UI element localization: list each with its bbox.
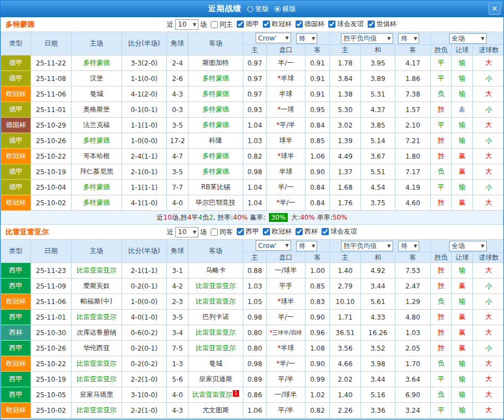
match-row: 西杯25-10-30次库达鲁册纳0-6(0-2)3-4比雷亚雷亚尔0.80*三球… bbox=[1, 325, 504, 341]
league-label: 欧冠杯 bbox=[272, 227, 292, 236]
home-team: 爱斯宾奴 bbox=[72, 279, 122, 294]
vertical-layout-radio[interactable] bbox=[247, 6, 253, 12]
chevron-down-icon: ▼ bbox=[387, 36, 390, 41]
corner: 7-7 bbox=[167, 180, 189, 195]
odds-away: 0.84 bbox=[306, 118, 330, 133]
match-row: 西甲25-11-09爱斯宾奴0-2(0-1)4-2比雷亚雷亚尔1.03平手0.8… bbox=[1, 279, 504, 294]
avg-draw: 4.92 bbox=[361, 263, 395, 279]
avg-away: 4.17 bbox=[395, 55, 431, 71]
league-checkbox[interactable] bbox=[263, 228, 270, 235]
avg-away: 2.10 bbox=[395, 118, 431, 133]
league-checkbox[interactable] bbox=[368, 21, 375, 28]
corner: 2-6 bbox=[167, 71, 189, 87]
league-filter[interactable]: 德国杯 bbox=[296, 19, 324, 29]
league-label: 西杯 bbox=[304, 227, 318, 236]
league-filter[interactable]: 欧冠杯 bbox=[263, 227, 292, 236]
col-odds-home: 主 bbox=[243, 252, 267, 263]
scope-select[interactable]: 全场▼ bbox=[449, 241, 487, 251]
league-checkbox[interactable] bbox=[322, 228, 329, 235]
avg-final-select[interactable]: 终▼ bbox=[398, 33, 419, 44]
away-gives-marker: * bbox=[278, 105, 281, 113]
score: 2-1(0-1) bbox=[122, 164, 167, 180]
result-goals: 大 bbox=[473, 325, 504, 341]
avg-draw: 3.95 bbox=[361, 55, 395, 71]
col-away: 客场 bbox=[189, 240, 243, 263]
league-label: 欧冠杯 bbox=[272, 19, 292, 29]
league-badge: 德甲 bbox=[1, 102, 31, 118]
result-wdl: 平 bbox=[431, 71, 452, 87]
chevron-down-icon: ▼ bbox=[193, 22, 196, 27]
avg-draw: 3.85 bbox=[361, 118, 395, 133]
avg-final-select[interactable]: 终▼ bbox=[398, 241, 419, 251]
odds-away: 1.08 bbox=[306, 341, 330, 356]
league-badge: 欧冠杯 bbox=[1, 195, 31, 211]
odds-final-select[interactable]: 终▼ bbox=[296, 33, 317, 44]
bookmaker-select[interactable]: Crow'▼ bbox=[256, 240, 291, 251]
same-venue-checkbox[interactable] bbox=[211, 229, 218, 236]
result-wdl: 胜 bbox=[431, 325, 452, 341]
league-checkbox[interactable] bbox=[263, 21, 270, 28]
away-team: 比雷亚雷亚尔 bbox=[189, 294, 243, 310]
games-label: 场 bbox=[200, 20, 207, 29]
corner: 3-1 bbox=[167, 263, 189, 279]
league-filter[interactable]: 西甲 bbox=[237, 227, 259, 236]
close-button[interactable]: ✕ bbox=[488, 3, 501, 15]
handicap-line: *半球 bbox=[267, 341, 306, 356]
horizontal-layout-radio[interactable] bbox=[274, 6, 281, 12]
avg-type-select[interactable]: 胜平负均值▼ bbox=[341, 241, 393, 251]
handicap-line: 半球 bbox=[267, 87, 306, 102]
result-wdl: 负 bbox=[431, 294, 452, 310]
same-venue-checkbox[interactable] bbox=[211, 21, 218, 28]
home-team: 比雷亚雷亚尔 bbox=[72, 310, 122, 325]
league-checkbox[interactable] bbox=[237, 21, 244, 28]
avg-draw: 5.51 bbox=[361, 164, 395, 180]
avg-away: 7.17 bbox=[395, 164, 431, 180]
horizontal-layout-label[interactable]: 横版 bbox=[283, 4, 296, 14]
league-filter[interactable]: 德甲 bbox=[237, 19, 259, 29]
result-goals: 大 bbox=[473, 195, 504, 211]
league-checkbox[interactable] bbox=[328, 21, 335, 28]
match-date: 25-11-09 bbox=[31, 279, 72, 294]
result-wdl: 负 bbox=[431, 87, 452, 102]
vertical-layout-label[interactable]: 竖版 bbox=[256, 4, 269, 14]
near-label: 近 bbox=[167, 20, 174, 29]
odds-away: 0.90 bbox=[306, 356, 330, 372]
scope-select[interactable]: 全场▼ bbox=[449, 33, 487, 44]
match-count-select[interactable]: 10▼ bbox=[175, 227, 198, 237]
odds-away: 0.85 bbox=[306, 133, 330, 149]
match-date: 25-11-06 bbox=[31, 294, 72, 310]
odds-away: 0.82 bbox=[306, 403, 330, 418]
league-checkbox[interactable] bbox=[296, 21, 303, 28]
odds-home: 1.04 bbox=[243, 118, 267, 133]
avg-away: 1.29 bbox=[395, 294, 431, 310]
result-handicap: 输 bbox=[452, 71, 473, 87]
league-filter[interactable]: 欧冠杯 bbox=[263, 19, 292, 29]
col-result-wdl: 胜负 bbox=[431, 45, 452, 55]
avg-type-select[interactable]: 胜平负均值▼ bbox=[341, 33, 393, 44]
match-count-select[interactable]: 10▼ bbox=[175, 19, 198, 30]
corner: 4-7 bbox=[167, 149, 189, 164]
avg-draw: 5.16 bbox=[361, 387, 395, 403]
result-wdl: 平 bbox=[431, 118, 452, 133]
odds-away: 0.91 bbox=[306, 55, 330, 71]
league-filter[interactable]: 球会友谊 bbox=[328, 19, 364, 29]
section-header-villarreal: 比雷亚雷亚尔 近 10▼ 场 同客 西甲欧冠杯西杯球会友谊 bbox=[1, 225, 503, 239]
league-badge: 欧冠杯 bbox=[1, 87, 31, 102]
corner: 1-3 bbox=[167, 356, 189, 372]
col-avg-away: 客 bbox=[395, 45, 431, 55]
corner: 3-5 bbox=[167, 310, 189, 325]
result-goals: 小 bbox=[473, 294, 504, 310]
league-label: 球会友谊 bbox=[337, 19, 364, 29]
league-filter[interactable]: 世俱杯 bbox=[368, 19, 396, 29]
bookmaker-select[interactable]: Crow'▼ bbox=[256, 33, 291, 43]
odds-final-select[interactable]: 终▼ bbox=[296, 241, 317, 251]
league-checkbox[interactable] bbox=[296, 228, 303, 235]
league-filter[interactable]: 西杯 bbox=[296, 227, 318, 236]
col-type: 类型 bbox=[1, 240, 31, 263]
titlebar: 近期战绩 竖版 横版 ✕ bbox=[1, 1, 503, 17]
league-checkbox[interactable] bbox=[237, 228, 244, 235]
league-filter[interactable]: 球会友谊 bbox=[322, 227, 357, 236]
away-team: 斯图加特 bbox=[189, 55, 243, 71]
away-gives-marker: * bbox=[278, 344, 281, 352]
result-handicap: 输 bbox=[452, 372, 473, 387]
